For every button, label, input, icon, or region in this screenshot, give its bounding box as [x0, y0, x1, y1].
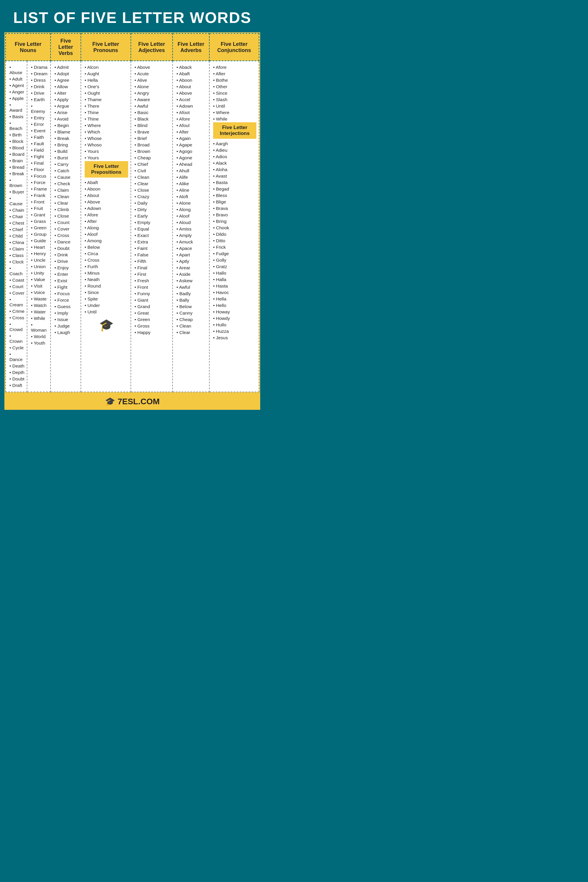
- conjunctions-list: Afore After Bothe Other Since Slash Unti…: [213, 64, 256, 122]
- list-item: Clear: [176, 329, 207, 336]
- list-item: Green: [31, 225, 48, 231]
- list-item: Afore: [85, 212, 128, 218]
- list-item: Great: [135, 310, 170, 316]
- list-item: Focus: [54, 291, 78, 297]
- list-item: Imply: [54, 310, 78, 316]
- list-item: Blood: [9, 145, 24, 151]
- list-item: Child: [9, 233, 24, 239]
- list-item: Among: [85, 237, 128, 244]
- list-item: Begin: [54, 122, 78, 129]
- list-item: Cover: [54, 226, 78, 232]
- list-item: Enjoy: [54, 265, 78, 271]
- list-item: While: [213, 116, 256, 122]
- list-item: Value: [31, 276, 48, 283]
- list-item: Alone: [176, 200, 207, 206]
- list-item: Minus: [85, 270, 128, 276]
- page-title: LIST OF FIVE LETTER WORDS: [6, 9, 259, 27]
- list-item: Ought: [85, 90, 128, 96]
- list-item: Union: [31, 263, 48, 270]
- list-item: Aloha: [213, 166, 256, 173]
- list-item: Admit: [54, 64, 78, 70]
- list-item: Water: [31, 309, 48, 315]
- list-item: Golly: [213, 257, 256, 263]
- list-item: Drive: [54, 258, 78, 265]
- list-item: Enter: [54, 271, 78, 278]
- list-item: Fruit: [31, 205, 48, 212]
- list-item: Apace: [176, 245, 207, 252]
- list-item: Count: [54, 219, 78, 226]
- list-item: Drama: [31, 64, 48, 70]
- list-item: Cause: [54, 174, 78, 180]
- list-item: Amply: [176, 232, 207, 239]
- list-item: Howdy: [213, 315, 256, 322]
- list-item: Halla: [213, 276, 256, 283]
- list-item: Frank: [31, 192, 48, 199]
- list-item: Agone: [176, 154, 207, 161]
- list-item: Empty: [135, 219, 170, 226]
- list-item: Black: [135, 116, 170, 122]
- list-item: Alcon: [85, 64, 128, 70]
- list-item: Exact: [135, 232, 170, 239]
- list-item: Catch: [54, 168, 78, 174]
- list-item: Hasta: [213, 283, 256, 289]
- list-item: Cheap: [135, 154, 170, 161]
- list-item: Alike: [176, 180, 207, 187]
- list-item: Enemy: [31, 103, 48, 115]
- list-item: Alack: [213, 160, 256, 166]
- list-item: Basta: [213, 179, 256, 186]
- list-item: Henry: [31, 250, 48, 257]
- list-item: Havoc: [213, 289, 256, 296]
- list-item: Aboon: [85, 186, 128, 192]
- list-item: Drive: [31, 90, 48, 96]
- list-item: Drink: [31, 84, 48, 90]
- list-item: Final: [135, 265, 170, 271]
- list-item: Aloof: [85, 231, 128, 237]
- list-item: Allow: [54, 84, 78, 90]
- prepositions-header: Five Letter Prepositions: [85, 161, 128, 178]
- list-item: Furth: [85, 263, 128, 270]
- list-item: Faith: [31, 134, 48, 141]
- list-item: Dress: [31, 77, 48, 84]
- list-item: Court: [9, 284, 24, 290]
- list-item: Afore: [176, 116, 207, 122]
- list-item: Adios: [213, 153, 256, 160]
- list-item: Amiss: [176, 226, 207, 232]
- list-item: Slash: [213, 96, 256, 103]
- list-item: Aboon: [176, 77, 207, 84]
- list-item: Board: [9, 151, 24, 158]
- list-item: Exist: [54, 278, 78, 284]
- list-item: Along: [176, 206, 207, 213]
- conjunctions-col: Afore After Bothe Other Since Slash Unti…: [209, 61, 259, 392]
- list-item: Funny: [135, 291, 170, 297]
- list-item: Cross: [9, 315, 24, 321]
- list-item: Chest: [9, 220, 24, 226]
- list-item: Block: [9, 138, 24, 145]
- list-item: Adown: [176, 103, 207, 110]
- list-item: Adieu: [213, 147, 256, 153]
- list-item: Drink: [54, 252, 78, 258]
- list-item: Ahead: [176, 161, 207, 168]
- list-item: Apply: [54, 96, 78, 103]
- list-item: Blige: [213, 199, 256, 205]
- list-item: Blind: [135, 122, 170, 129]
- list-item: Aargh: [213, 141, 256, 147]
- list-item: Grand: [135, 303, 170, 310]
- list-item: Avoid: [54, 116, 78, 122]
- list-item: Askew: [176, 278, 207, 284]
- list-item: Check: [54, 180, 78, 187]
- list-item: Aloft: [176, 194, 207, 200]
- footer-grad-hat-icon: 🎓: [105, 397, 115, 406]
- list-item: Crime: [9, 308, 24, 315]
- list-item: Hella: [213, 296, 256, 302]
- graduation-cap-icon: 🎓: [99, 318, 114, 332]
- list-item: Bread: [9, 164, 24, 171]
- list-item: Event: [31, 128, 48, 134]
- list-item: Laugh: [54, 329, 78, 336]
- list-item: Thine: [85, 110, 128, 116]
- list-item: Above: [176, 90, 207, 96]
- list-item: Yours: [85, 154, 128, 161]
- list-item: Spite: [85, 296, 128, 302]
- table-header-row: Five Letter Nouns Five Letter Verbs Five…: [6, 33, 259, 61]
- list-item: Aline: [176, 187, 207, 194]
- list-item: Under: [85, 302, 128, 309]
